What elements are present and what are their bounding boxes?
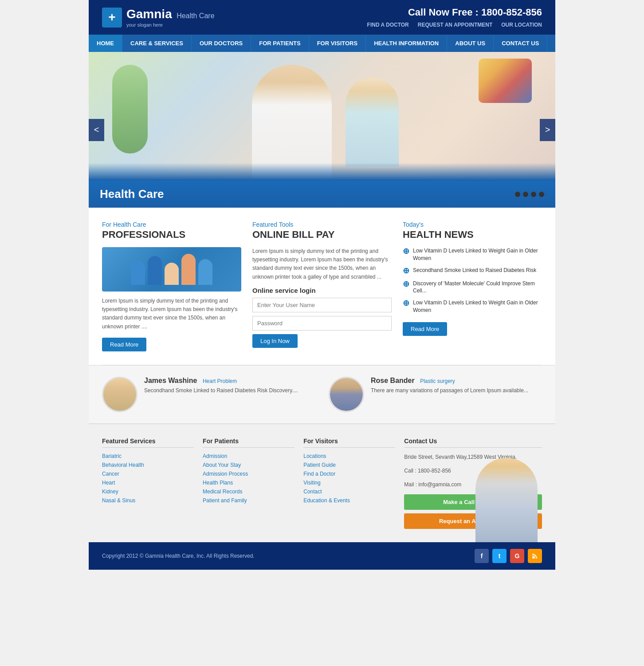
health-news-subtitle: Today's [403, 221, 542, 228]
footer-service-1[interactable]: Bariatric [102, 453, 194, 459]
slider-dot-1[interactable] [515, 192, 520, 197]
news-item-3: ⊕ Discovery of 'Master Molecule' Could I… [403, 280, 542, 295]
find-doctor-link[interactable]: FIND A DOCTOR [367, 22, 409, 28]
bill-pay-subtitle: Featured Tools [252, 221, 392, 228]
footer-patient-2[interactable]: About Your Stay [203, 462, 295, 468]
social-facebook-button[interactable]: f [475, 549, 489, 563]
plus-icon: + [108, 10, 115, 24]
bill-pay-body: Lorem Ipsum is simply dummy text of the … [252, 247, 392, 281]
slider-image [89, 52, 555, 181]
main-nav: HOME CARE & SERVICES OUR DOCTORS FOR PAT… [89, 35, 555, 52]
footer-doctor-image [475, 458, 546, 542]
header-links[interactable]: FIND A DOCTOR REQUEST AN APPOINTMENT OUR… [367, 22, 542, 28]
news-item-1: ⊕ Low Vitamin D Levels Linked to Weight … [403, 247, 542, 262]
bill-pay-section: Featured Tools ONLINE BILL PAY Lorem Ips… [252, 221, 392, 351]
testimonial-1-text: Secondhand Smoke Linked to Raised Diabet… [144, 386, 298, 394]
nav-item-patients[interactable]: FOR PATIENTS [251, 35, 309, 52]
footer-patients-title: For Patients [203, 437, 295, 448]
health-news-title: HEALTH NEWS [403, 229, 542, 240]
testimonials-section: James Washine Heart Problem Secondhand S… [89, 365, 555, 423]
password-input[interactable] [252, 316, 392, 331]
username-input[interactable] [252, 298, 392, 312]
testimonial-2: Rose Bander Plastic surgery There are ma… [329, 377, 542, 412]
svg-point-0 [532, 557, 534, 559]
news-text-3: Discovery of 'Master Molecule' Could Imp… [413, 280, 542, 295]
footer-visitor-4[interactable]: Visiting [303, 480, 395, 486]
professionals-read-more-button[interactable]: Read More [102, 338, 146, 351]
footer-patient-5[interactable]: Medical Records [203, 489, 295, 495]
testimonial-2-text: There are many variations of passages of… [371, 386, 528, 394]
social-icons: f t G [475, 549, 542, 563]
footer-visitors-title: For Visitors [303, 437, 395, 448]
news-item-2: ⊕ Secondhand Smoke Linked to Raised Diab… [403, 267, 542, 276]
testimonial-1: James Washine Heart Problem Secondhand S… [102, 377, 315, 412]
logo-area: + Gamnia Health Care your slogan here [102, 7, 215, 28]
logo-icon: + [102, 8, 122, 28]
footer-service-2[interactable]: Behavioral Health [102, 462, 194, 468]
nav-item-visitors[interactable]: FOR VISITORS [309, 35, 366, 52]
footer-patient-3[interactable]: Admission Process [203, 471, 295, 477]
footer-visitor-2[interactable]: Patient Guide [303, 462, 395, 468]
nav-item-doctors[interactable]: OUR DOCTORS [192, 35, 251, 52]
testimonial-2-avatar [329, 377, 364, 412]
footer-service-4[interactable]: Heart [102, 480, 194, 486]
footer-service-6[interactable]: Nasal & Sinus [102, 497, 194, 504]
testimonial-1-name: James Washine [144, 377, 197, 384]
slider-dot-3[interactable] [531, 192, 536, 197]
brand-name: Gamnia Health Care [126, 12, 215, 20]
login-button[interactable]: Log In Now [252, 334, 298, 348]
slider-prev-button[interactable]: < [89, 119, 104, 141]
slider-title: Health Care [100, 187, 164, 201]
footer-contact-title: Contact Us [404, 437, 542, 448]
professionals-subtitle: For Health Care [102, 221, 241, 228]
slider-dot-2[interactable] [523, 192, 528, 197]
social-twitter-button[interactable]: t [492, 549, 507, 563]
footer-top: Featured Services Bariatric Behavioral H… [89, 423, 555, 543]
nav-item-contact[interactable]: CONTACT US [494, 35, 547, 52]
footer-patient-6[interactable]: Patient and Family [203, 497, 295, 504]
footer-service-3[interactable]: Cancer [102, 471, 194, 477]
footer-for-patients: For Patients Admission About Your Stay A… [203, 437, 295, 529]
social-googleplus-button[interactable]: G [510, 549, 524, 563]
footer-patient-1[interactable]: Admission [203, 453, 295, 459]
slider-dot-4[interactable] [539, 192, 544, 197]
testimonial-1-specialty: Heart Problem [203, 378, 237, 384]
footer-visitor-1[interactable]: Locations [303, 453, 395, 459]
health-news-section: Today's HEALTH NEWS ⊕ Low Vitamin D Leve… [403, 221, 542, 351]
nav-item-about[interactable]: ABOUT US [447, 35, 494, 52]
our-location-link[interactable]: OUR LOCATION [501, 22, 542, 28]
copyright-text: Copyright 2012 © Gamnia Health Care, Inc… [102, 553, 255, 559]
professionals-body: Lorem Ipsum is simply dummy text of the … [102, 297, 241, 331]
health-news-read-more-button[interactable]: Read More [403, 322, 447, 336]
news-icon-4: ⊕ [403, 298, 409, 308]
footer-bottom: Copyright 2012 © Gamnia Health Care, Inc… [89, 542, 555, 570]
slider-dots[interactable] [515, 192, 544, 197]
nav-item-home[interactable]: HOME [89, 35, 122, 52]
news-text-4: Low Vitamin D Levels Linked to Weight Ga… [413, 299, 542, 314]
professionals-section: For Health Care PROFESSIONALS Lorem Ipsu… [102, 221, 241, 351]
nav-item-care[interactable]: CARE & SERVICES [122, 35, 192, 52]
request-appointment-link[interactable]: REQUEST AN APPOINTMENT [418, 22, 492, 28]
footer-patient-4[interactable]: Health Plans [203, 480, 295, 486]
footer-visitor-3[interactable]: Find a Doctor [303, 471, 395, 477]
footer-services-title: Featured Services [102, 437, 194, 448]
news-item-4: ⊕ Low Vitamin D Levels Linked to Weight … [403, 299, 542, 314]
logo-text: Gamnia Health Care your slogan here [126, 7, 215, 28]
slider-next-button[interactable]: > [540, 119, 555, 141]
footer-for-visitors: For Visitors Locations Patient Guide Fin… [303, 437, 395, 529]
professionals-title: PROFESSIONALS [102, 229, 241, 240]
social-rss-button[interactable] [528, 549, 542, 563]
footer-featured-services: Featured Services Bariatric Behavioral H… [102, 437, 194, 529]
footer-service-5[interactable]: Kidney [102, 489, 194, 495]
bill-pay-title: ONLINE BILL PAY [252, 229, 392, 240]
call-now-text: Call Now Free : 1800-852-856 [367, 7, 542, 18]
nav-item-health[interactable]: HEALTH INFORMATION [366, 35, 447, 52]
hero-slider: < > Health Care [89, 52, 555, 208]
testimonial-2-name: Rose Bander [371, 377, 415, 384]
testimonial-1-content: James Washine Heart Problem Secondhand S… [144, 377, 298, 394]
main-content: For Health Care PROFESSIONALS Lorem Ipsu… [89, 208, 555, 365]
testimonial-2-content: Rose Bander Plastic surgery There are ma… [371, 377, 528, 394]
news-text-2: Secondhand Smoke Linked to Raised Diabet… [413, 267, 536, 274]
footer-visitor-5[interactable]: Contact [303, 489, 395, 495]
footer-visitor-6[interactable]: Education & Events [303, 497, 395, 504]
